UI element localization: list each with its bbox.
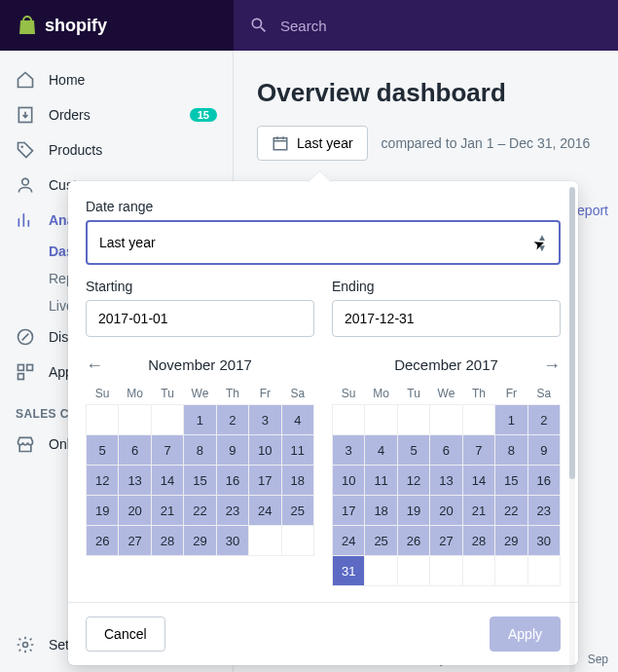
calendar-day[interactable]: 2: [527, 405, 560, 435]
person-icon: [16, 175, 35, 195]
calendar-right: → December 2017 SuMoTuWeThFrSa1234567891…: [332, 351, 561, 586]
calendar-day[interactable]: 14: [462, 466, 494, 496]
svg-rect-4: [18, 365, 24, 371]
calendar-day[interactable]: 22: [495, 496, 527, 526]
calendar-day: [462, 405, 494, 435]
calendar-day: [119, 405, 151, 435]
calendar-left-grid: SuMoTuWeThFrSa12345678910111213141516171…: [86, 383, 314, 556]
calendar-day[interactable]: 5: [397, 435, 429, 466]
calendar-day[interactable]: 19: [87, 496, 119, 526]
calendar-day[interactable]: 11: [281, 435, 313, 466]
calendar-day[interactable]: 20: [430, 496, 462, 526]
calendar-day[interactable]: 9: [216, 435, 248, 466]
ending-input[interactable]: [332, 300, 561, 337]
calendar-right-grid: SuMoTuWeThFrSa12345678910111213141516171…: [332, 383, 561, 586]
calendar-day[interactable]: 12: [87, 466, 119, 496]
calendar-day[interactable]: 15: [495, 466, 527, 496]
topbar: shopify Search: [0, 0, 618, 51]
starting-label: Starting: [86, 279, 314, 294]
calendar-day[interactable]: 18: [281, 466, 313, 496]
calendar-day[interactable]: 23: [216, 496, 248, 526]
date-range-select[interactable]: Last year ▲▼ ➤: [86, 220, 561, 265]
calendar-day[interactable]: 3: [333, 435, 365, 466]
calendar-day[interactable]: 24: [249, 496, 281, 526]
calendar-day[interactable]: 7: [151, 435, 183, 466]
calendar-day[interactable]: 22: [184, 496, 216, 526]
tag-icon: [16, 140, 35, 160]
calendar-day[interactable]: 8: [184, 435, 216, 466]
calendar-day[interactable]: 29: [184, 526, 216, 556]
calendar-day[interactable]: 26: [87, 526, 119, 556]
calendar-day[interactable]: 30: [527, 526, 560, 556]
calendar-day: [365, 556, 397, 586]
calendar-day[interactable]: 14: [151, 466, 183, 496]
calendar-day: [397, 556, 429, 586]
calendar-day[interactable]: 1: [495, 405, 527, 435]
search-input[interactable]: Search: [234, 0, 618, 51]
calendar-day[interactable]: 24: [333, 526, 365, 556]
calendar-day[interactable]: 29: [495, 526, 527, 556]
calendar-day[interactable]: 4: [281, 405, 313, 435]
calendar-day[interactable]: 4: [365, 435, 397, 466]
calendar-day[interactable]: 21: [462, 496, 494, 526]
calendar-day[interactable]: 13: [430, 466, 462, 496]
calendar-day[interactable]: 15: [184, 466, 216, 496]
logo[interactable]: shopify: [0, 14, 234, 37]
calendar-day[interactable]: 10: [333, 466, 365, 496]
calendar-day: [527, 556, 560, 586]
calendar-day[interactable]: 3: [249, 405, 281, 435]
calendar-day[interactable]: 25: [365, 526, 397, 556]
calendar-day[interactable]: 13: [119, 466, 151, 496]
calendar-day[interactable]: 31: [333, 556, 365, 586]
calendar-day[interactable]: 21: [151, 496, 183, 526]
search-placeholder: Search: [280, 18, 327, 34]
calendar-day[interactable]: 17: [333, 496, 365, 526]
apps-icon: [16, 362, 35, 382]
gear-icon: [16, 635, 35, 654]
calendar-day[interactable]: 11: [365, 466, 397, 496]
apply-button[interactable]: Apply: [490, 616, 561, 652]
page-title: Overview dashboard: [257, 78, 595, 108]
calendar-day[interactable]: 17: [249, 466, 281, 496]
calendar-left-title: November 2017: [86, 351, 314, 383]
calendar-day: [87, 405, 119, 435]
calendar-day: [249, 526, 281, 556]
calendar-day[interactable]: 19: [397, 496, 429, 526]
search-icon: [249, 16, 269, 35]
calendar-day[interactable]: 2: [216, 405, 248, 435]
calendar-day[interactable]: 27: [430, 526, 462, 556]
scrollbar[interactable]: [569, 187, 575, 672]
calendar-day[interactable]: 10: [249, 435, 281, 466]
calendar-day[interactable]: 6: [119, 435, 151, 466]
calendar-day: [430, 556, 462, 586]
calendar-day[interactable]: 1: [184, 405, 216, 435]
date-picker-popover: Date range Last year ▲▼ ➤ Starting Endin…: [68, 181, 578, 665]
date-range-label: Date range: [86, 199, 561, 214]
calendar-day: [281, 526, 313, 556]
starting-input[interactable]: [86, 300, 314, 337]
date-range-button[interactable]: Last year: [257, 126, 368, 161]
calendar-day[interactable]: 16: [216, 466, 248, 496]
calendar-day[interactable]: 20: [119, 496, 151, 526]
calendar-day[interactable]: 6: [430, 435, 462, 466]
calendar-day[interactable]: 8: [495, 435, 527, 466]
calendar-day[interactable]: 5: [87, 435, 119, 466]
calendar-day[interactable]: 28: [462, 526, 494, 556]
calendar-day[interactable]: 18: [365, 496, 397, 526]
calendar-day[interactable]: 12: [397, 466, 429, 496]
calendar-day[interactable]: 7: [462, 435, 494, 466]
calendar-day[interactable]: 27: [119, 526, 151, 556]
nav-orders[interactable]: Orders15: [0, 97, 233, 132]
orders-icon: [16, 105, 35, 125]
calendar-day[interactable]: 16: [527, 466, 560, 496]
calendar-day[interactable]: 9: [527, 435, 560, 466]
nav-products[interactable]: Products: [0, 132, 233, 168]
nav-home[interactable]: Home: [0, 62, 233, 97]
calendar-day[interactable]: 23: [527, 496, 560, 526]
cancel-button[interactable]: Cancel: [86, 616, 165, 652]
calendar-day: [462, 556, 494, 586]
calendar-day[interactable]: 25: [281, 496, 313, 526]
calendar-day[interactable]: 30: [216, 526, 248, 556]
calendar-day[interactable]: 28: [151, 526, 183, 556]
calendar-day[interactable]: 26: [397, 526, 429, 556]
